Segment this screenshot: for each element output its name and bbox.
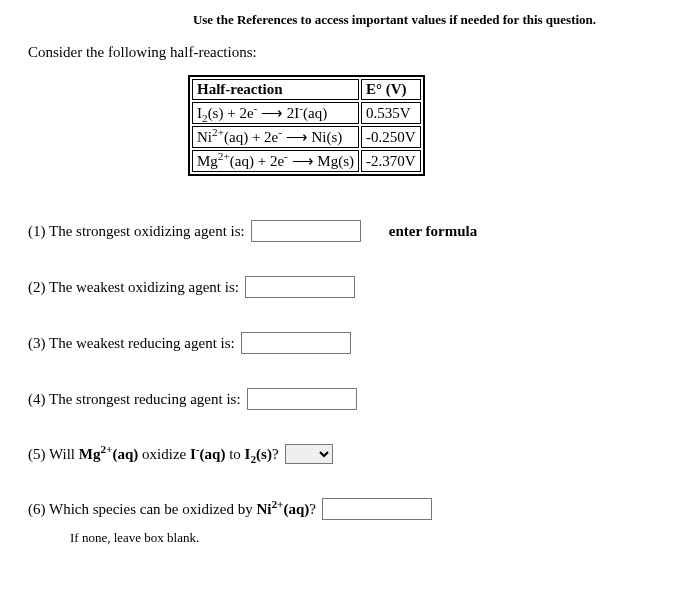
question-2: (2) The weakest oxidizing agent is: [28,276,661,298]
q6-input[interactable] [322,498,432,520]
intro-text: Consider the following half-reactions: [28,44,661,61]
question-4: (4) The strongest reducing agent is: [28,388,661,410]
references-note: Use the References to access important v… [128,12,661,28]
q6-sublabel: If none, leave box blank. [70,530,661,546]
question-1: (1) The strongest oxidizing agent is: en… [28,220,661,242]
table-row: I2(s) + 2e- ⟶ 2I-(aq) 0.535V [192,102,421,124]
question-3: (3) The weakest reducing agent is: [28,332,661,354]
table-row: Ni2+(aq) + 2e- ⟶ Ni(s) -0.250V [192,126,421,148]
q3-input[interactable] [241,332,351,354]
potential-cell: -0.250V [361,126,421,148]
q4-input[interactable] [247,388,357,410]
q3-label: (3) The weakest reducing agent is: [28,335,235,352]
reaction-cell: Ni2+(aq) + 2e- ⟶ Ni(s) [192,126,359,148]
q2-input[interactable] [245,276,355,298]
q1-label: (1) The strongest oxidizing agent is: [28,223,245,240]
q2-label: (2) The weakest oxidizing agent is: [28,279,239,296]
question-5: (5) Will Mg2+(aq) oxidize I-(aq) to I2(s… [28,444,661,464]
half-reaction-table-wrap: Half-reaction E° (V) I2(s) + 2e- ⟶ 2I-(a… [188,75,661,176]
potential-cell: -2.370V [361,150,421,172]
col-header-potential: E° (V) [361,79,421,100]
reaction-cell: Mg2+(aq) + 2e- ⟶ Mg(s) [192,150,359,172]
q5-label: (5) Will Mg2+(aq) oxidize I-(aq) to I2(s… [28,446,279,463]
potential-cell: 0.535V [361,102,421,124]
q4-label: (4) The strongest reducing agent is: [28,391,241,408]
table-row: Mg2+(aq) + 2e- ⟶ Mg(s) -2.370V [192,150,421,172]
q1-hint: enter formula [389,223,477,240]
q5-select[interactable] [285,444,333,464]
q6-label: (6) Which species can be oxidized by Ni2… [28,501,316,518]
half-reaction-table: Half-reaction E° (V) I2(s) + 2e- ⟶ 2I-(a… [188,75,425,176]
col-header-reaction: Half-reaction [192,79,359,100]
reaction-cell: I2(s) + 2e- ⟶ 2I-(aq) [192,102,359,124]
question-6: (6) Which species can be oxidized by Ni2… [28,498,661,520]
q1-input[interactable] [251,220,361,242]
